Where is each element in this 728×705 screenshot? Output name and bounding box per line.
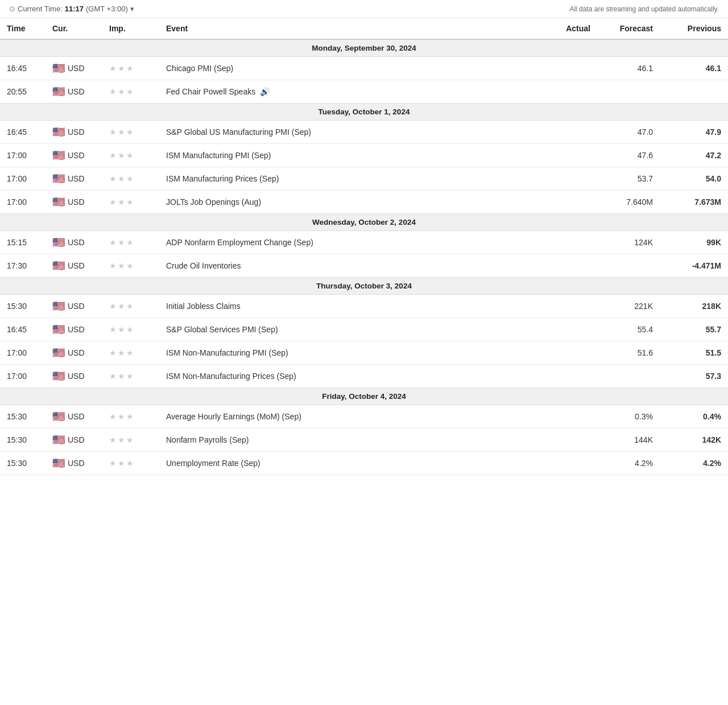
table-row: 16:45🇺🇸USD★★★S&P Global Services PMI (Se…: [0, 318, 728, 341]
row-importance: ★★★: [102, 341, 159, 365]
row-currency: 🇺🇸USD: [46, 428, 102, 452]
table-row: 16:45🇺🇸USD★★★S&P Global US Manufacturing…: [0, 121, 728, 144]
row-forecast: [597, 254, 660, 278]
row-actual: [552, 191, 597, 214]
row-currency: 🇺🇸USD: [46, 121, 102, 144]
flag-icon: 🇺🇸: [52, 434, 65, 446]
row-actual: [552, 57, 597, 80]
top-bar: ⊙ Current Time: 11:17 (GMT +3:00) ▾ All …: [0, 0, 728, 18]
currency-label: USD: [68, 435, 85, 444]
star-icon: ★: [109, 151, 117, 160]
star-icon: ★: [109, 197, 117, 207]
flag-icon: 🇺🇸: [52, 370, 65, 382]
row-importance: ★★★: [102, 318, 159, 341]
row-forecast: 47.6: [597, 144, 660, 167]
row-time: 15:30: [0, 452, 46, 475]
star-icon: ★: [118, 348, 125, 357]
row-currency: 🇺🇸USD: [46, 452, 102, 475]
currency-label: USD: [68, 174, 85, 183]
row-importance: ★★★: [102, 191, 159, 214]
row-importance: ★★★: [102, 231, 159, 254]
header-time: Time: [0, 18, 46, 39]
row-event: Average Hourly Earnings (MoM) (Sep): [159, 405, 552, 428]
star-icon: ★: [109, 127, 117, 137]
row-forecast: 0.3%: [597, 405, 660, 428]
row-time: 15:30: [0, 405, 46, 428]
flag-icon: 🇺🇸: [52, 259, 65, 272]
star-icon: ★: [118, 435, 125, 444]
header-forecast: Forecast: [597, 18, 660, 39]
row-time: 15:30: [0, 295, 46, 318]
star-icon: ★: [109, 372, 117, 381]
flag-icon: 🇺🇸: [52, 347, 65, 359]
row-previous: 142K: [660, 428, 728, 452]
star-icon: ★: [118, 151, 125, 160]
dropdown-icon[interactable]: ▾: [130, 5, 134, 13]
star-icon: ★: [118, 64, 125, 73]
row-currency: 🇺🇸USD: [46, 57, 102, 80]
row-previous: [660, 80, 728, 104]
star-icon: ★: [118, 174, 125, 183]
star-icon: ★: [109, 174, 117, 183]
row-previous: 4.2%: [660, 452, 728, 475]
clock-icon: ⊙: [9, 5, 15, 13]
star-icon: ★: [109, 325, 117, 334]
table-row: 17:00🇺🇸USD★★★ISM Manufacturing Prices (S…: [0, 167, 728, 191]
flag-icon: 🇺🇸: [52, 62, 65, 75]
star-icon: ★: [118, 87, 125, 96]
row-currency: 🇺🇸USD: [46, 231, 102, 254]
row-importance: ★★★: [102, 254, 159, 278]
star-icon: ★: [118, 127, 125, 137]
row-importance: ★★★: [102, 80, 159, 104]
row-forecast: 144K: [597, 428, 660, 452]
star-icon: ★: [126, 174, 134, 183]
row-event: Unemployment Rate (Sep): [159, 452, 552, 475]
current-time: ⊙ Current Time: 11:17 (GMT +3:00) ▾: [9, 5, 134, 13]
flag-icon: 🇺🇸: [52, 172, 65, 185]
row-actual: [552, 231, 597, 254]
row-actual: [552, 405, 597, 428]
flag-icon: 🇺🇸: [52, 126, 65, 138]
row-forecast: 221K: [597, 295, 660, 318]
header-currency: Cur.: [46, 18, 102, 39]
row-time: 17:00: [0, 341, 46, 365]
row-time: 17:00: [0, 191, 46, 214]
row-time: 20:55: [0, 80, 46, 104]
currency-label: USD: [68, 64, 85, 73]
star-icon: ★: [126, 372, 134, 381]
row-previous: 99K: [660, 231, 728, 254]
star-icon: ★: [118, 325, 125, 334]
row-currency: 🇺🇸USD: [46, 167, 102, 191]
star-icon: ★: [118, 238, 125, 247]
day-header-row: Friday, October 4, 2024: [0, 388, 728, 405]
currency-label: USD: [68, 151, 85, 160]
table-row: 17:00🇺🇸USD★★★ISM Non-Manufacturing Price…: [0, 365, 728, 388]
row-event: Chicago PMI (Sep): [159, 57, 552, 80]
row-actual: [552, 295, 597, 318]
row-forecast: 51.6: [597, 341, 660, 365]
row-time: 17:30: [0, 254, 46, 278]
currency-label: USD: [68, 412, 85, 421]
row-forecast: 46.1: [597, 57, 660, 80]
economic-calendar-table: Time Cur. Imp. Event Actual Forecast Pre…: [0, 18, 728, 475]
row-event: ADP Nonfarm Employment Change (Sep): [159, 231, 552, 254]
row-previous: 57.3: [660, 365, 728, 388]
day-header-label: Monday, September 30, 2024: [0, 39, 728, 57]
row-importance: ★★★: [102, 428, 159, 452]
row-previous: 51.5: [660, 341, 728, 365]
star-icon: ★: [126, 412, 134, 421]
star-icon: ★: [109, 348, 117, 357]
flag-icon: 🇺🇸: [52, 410, 65, 423]
row-event: ISM Manufacturing Prices (Sep): [159, 167, 552, 191]
flag-icon: 🇺🇸: [52, 457, 65, 469]
day-header-label: Wednesday, October 2, 2024: [0, 214, 728, 231]
table-row: 15:30🇺🇸USD★★★Unemployment Rate (Sep)4.2%…: [0, 452, 728, 475]
row-forecast: 124K: [597, 231, 660, 254]
star-icon: ★: [126, 261, 134, 270]
day-header-label: Thursday, October 3, 2024: [0, 278, 728, 295]
row-time: 15:15: [0, 231, 46, 254]
row-event: Crude Oil Inventories: [159, 254, 552, 278]
star-icon: ★: [126, 151, 134, 160]
row-time: 16:45: [0, 318, 46, 341]
star-icon: ★: [126, 64, 134, 73]
